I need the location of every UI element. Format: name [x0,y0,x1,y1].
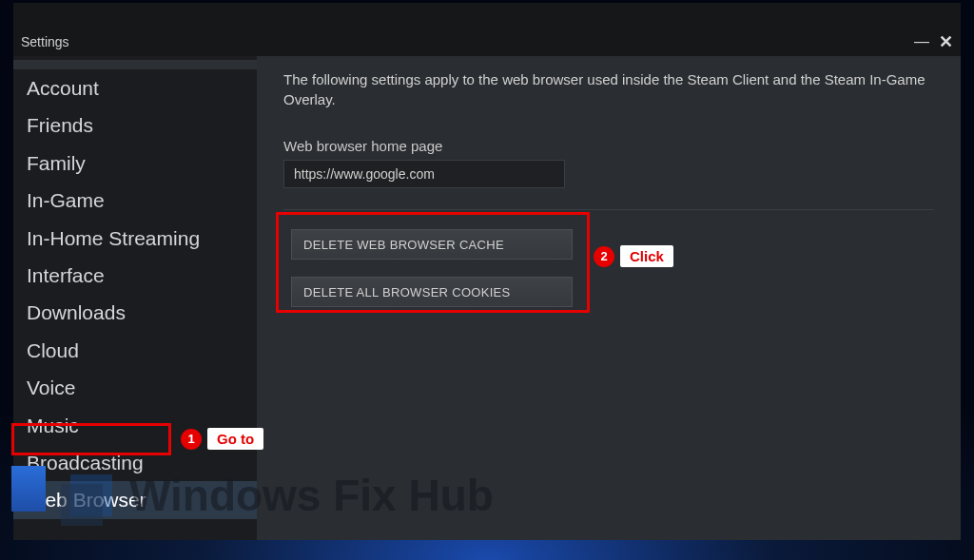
delete-cookies-button[interactable]: DELETE ALL BROWSER COOKIES [291,277,573,307]
window-body: Account Friends Family In-Game In-Home S… [13,56,961,540]
sidebar-item-label: In-Game [27,189,105,211]
sidebar-item-label: In-Home Streaming [27,227,200,249]
sidebar-item-label: Interface [27,264,105,286]
settings-sidebar: Account Friends Family In-Game In-Home S… [13,56,257,540]
sidebar-item-friends[interactable]: Friends [13,106,257,144]
sidebar-item-account[interactable]: Account [13,69,257,106]
sidebar-item-family[interactable]: Family [13,145,257,182]
sidebar-item-interface[interactable]: Interface [13,257,257,294]
sidebar-item-label: Cloud [27,339,79,361]
home-page-label: Web browser home page [283,138,934,154]
sidebar-item-label: Downloads [27,301,126,323]
taskbar-icon [11,466,46,512]
sidebar-item-label: Voice [27,377,75,398]
settings-content: The following settings apply to the web … [257,56,961,540]
window-controls: — ✕ [914,33,953,50]
window-top-strip [13,3,961,28]
sidebar-item-cloud[interactable]: Cloud [13,332,257,369]
title-bar: Settings — ✕ [13,28,961,56]
sidebar-item-in-game[interactable]: In-Game [13,182,257,219]
home-page-input[interactable] [283,160,565,188]
sidebar-item-music[interactable]: Music [13,407,257,444]
delete-cache-button[interactable]: DELETE WEB BROWSER CACHE [291,229,573,260]
close-button[interactable]: ✕ [939,33,953,50]
sidebar-item-web-browser[interactable]: Web Browser [13,481,257,518]
sidebar-item-label: Account [27,77,99,99]
sidebar-item-broadcasting[interactable]: Broadcasting [13,444,257,481]
window-title: Settings [21,34,914,49]
minimize-button[interactable]: — [914,34,929,49]
sidebar-item-label: Friends [27,114,93,136]
sidebar-item-downloads[interactable]: Downloads [13,294,257,331]
sidebar-item-label: Family [27,152,86,174]
browser-action-buttons: DELETE WEB BROWSER CACHE DELETE ALL BROW… [283,229,584,307]
sidebar-item-in-home-streaming[interactable]: In-Home Streaming [13,220,257,257]
sidebar-item-voice[interactable]: Voice [13,369,257,406]
sidebar-top-strip [13,60,257,69]
section-divider [283,209,934,210]
sidebar-item-label: Music [27,415,79,436]
settings-window: Settings — ✕ Account Friends Family In-G… [13,3,961,540]
content-description: The following settings apply to the web … [283,69,934,109]
